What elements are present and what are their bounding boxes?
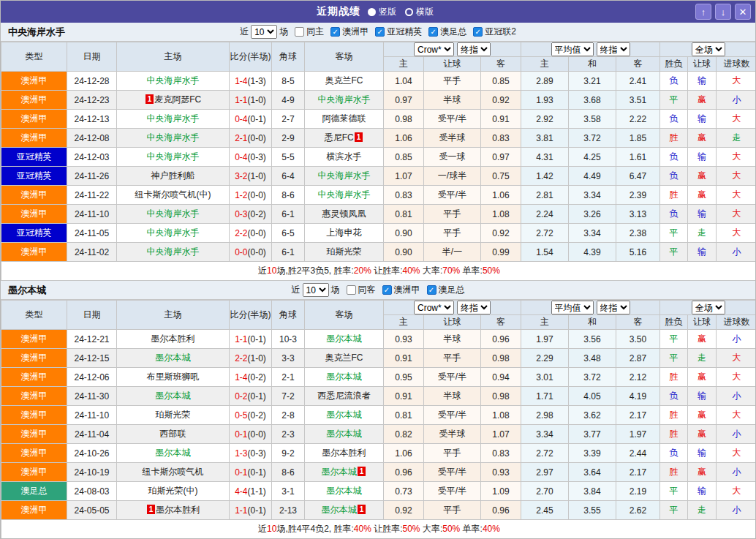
same-venue-checkbox[interactable] <box>347 285 356 295</box>
corner-count: 6-4 <box>272 167 305 186</box>
league-filter-checkbox[interactable]: ✓ <box>375 27 385 37</box>
avg-draw: 3.72 <box>569 129 616 148</box>
avg-away: 1.61 <box>616 148 660 167</box>
league-filter-checkbox[interactable]: ✓ <box>427 285 436 295</box>
window-buttons: ↑ ↓ ✕ <box>695 4 751 20</box>
result-goals: 走 <box>717 129 756 148</box>
recent-count-select[interactable]: 10 <box>303 283 329 297</box>
result-text: 负 <box>670 170 678 181</box>
odds-away: 1.06 <box>481 186 521 205</box>
result-goals: 大 <box>717 148 756 167</box>
final-index-select[interactable]: 终指 <box>597 42 630 56</box>
summary-segment: 40% <box>403 265 420 276</box>
corner-count: 6-1 <box>272 243 305 262</box>
full-match-select[interactable]: 全场 <box>692 301 725 314</box>
column-header: 客场 <box>305 301 384 330</box>
horizontal-layout-label[interactable]: 横版 <box>416 6 434 18</box>
result-winlose: 平 <box>660 349 688 368</box>
avg-away: 2.38 <box>616 224 660 243</box>
close-button[interactable]: ✕ <box>735 4 751 20</box>
league-filter-checkbox[interactable]: ✓ <box>382 285 392 295</box>
result-text: 赢 <box>698 429 706 439</box>
team-name-text: 西部联 <box>160 429 186 439</box>
odds-company-select[interactable]: Crow* <box>414 301 454 314</box>
match-row: 澳洲甲24-11-30墨尔本城0-2(0-1)7-2西悉尼流浪者0.91半球0.… <box>1 387 756 406</box>
match-date: 24-12-06 <box>67 368 117 387</box>
league-filter-checkbox[interactable]: ✓ <box>473 27 483 37</box>
league-filter-checkbox[interactable]: ✓ <box>428 27 438 37</box>
summary-segment: 40% <box>354 524 371 534</box>
match-row: 澳洲甲24-11-10中央海岸水手0-3(0-2)6-1惠灵顿凤凰0.81平手1… <box>1 205 756 224</box>
team-name-text: 阿德莱德联 <box>322 113 366 124</box>
average-select[interactable]: 平均值 <box>551 301 594 314</box>
recent-count-select[interactable]: 10 <box>251 25 277 39</box>
score-cell: 3-2(1-0) <box>230 167 272 186</box>
result-goals: 大 <box>717 444 756 463</box>
avg-draw: 3.77 <box>569 425 616 444</box>
result-handicap: 输 <box>688 205 717 224</box>
final-index-select[interactable]: 终指 <box>597 301 630 314</box>
score-cell: 0-4(0-3) <box>230 148 272 167</box>
avg-home: 2.97 <box>521 463 569 482</box>
column-header: 类型 <box>1 42 67 72</box>
result-goals: 大 <box>717 205 756 224</box>
team-name-text: 墨尔本城 <box>156 448 191 458</box>
result-winlose: 平 <box>660 243 688 262</box>
summary-segment: 近 <box>258 524 267 534</box>
title-bar: 近期战绩 竖版 横版 ↑ ↓ ✕ <box>1 1 755 23</box>
match-row: 澳洲甲24-11-10珀斯光荣0-5(0-2)2-8墨尔本城0.81受平/半1.… <box>1 406 756 425</box>
league-badge: 澳洲甲 <box>1 387 67 406</box>
avg-draw: 4.49 <box>569 167 616 186</box>
vertical-layout-label[interactable]: 竖版 <box>379 6 396 18</box>
league-badge: 澳洲甲 <box>1 243 67 262</box>
vertical-layout-radio[interactable] <box>368 8 376 16</box>
league-filter-checkbox[interactable]: ✓ <box>330 27 340 37</box>
same-venue-checkbox[interactable] <box>295 27 304 37</box>
sub-column-header: 胜负 <box>660 57 688 72</box>
result-handicap: 赢 <box>688 330 717 349</box>
sub-column-header: 主 <box>384 57 424 72</box>
full-match-select[interactable]: 全场 <box>692 42 725 56</box>
summary-row: 近10场,胜2平3负5, 胜率:20% 让胜率:40% 大率:70% 单率:50… <box>1 262 756 281</box>
league-badge: 澳洲甲 <box>1 501 67 520</box>
result-text: 平 <box>670 505 678 515</box>
final-index-select[interactable]: 终指 <box>457 42 491 56</box>
summary-segment: 10 <box>267 524 276 534</box>
result-text: 负 <box>670 448 678 458</box>
scroll-down-button[interactable]: ↓ <box>715 4 731 20</box>
sub-column-header: 和 <box>569 57 616 72</box>
team-name-text: 神户胜利船 <box>151 170 195 181</box>
average-select[interactable]: 平均值 <box>551 42 594 56</box>
odds-handicap: 受平/半 <box>424 406 481 425</box>
horizontal-layout-radio[interactable] <box>405 8 413 16</box>
match-row: 澳洲甲24-12-15墨尔本城2-2(1-0)3-3奥克兰FC0.91平手0.9… <box>1 349 756 368</box>
away-team: 墨尔本胜利 <box>305 444 384 463</box>
result-text: 大 <box>733 113 741 124</box>
match-date: 24-11-10 <box>67 205 117 224</box>
result-text: 平 <box>670 353 678 363</box>
result-text: 输 <box>698 448 706 458</box>
summary-segment: 单率: <box>460 524 483 534</box>
league-badge: 澳洲甲 <box>1 425 67 444</box>
results-sections: 中央海岸水手近10场同主✓澳洲甲✓亚冠精英✓澳足总✓亚冠联2类型日期主场比分(半… <box>1 23 755 539</box>
team-name-text: 纽卡斯尔喷气机(中) <box>135 189 211 200</box>
result-text: 胜 <box>670 132 678 143</box>
scroll-up-button[interactable]: ↑ <box>695 4 711 20</box>
result-text: 平 <box>670 227 678 238</box>
odds-away: 1.07 <box>481 425 521 444</box>
odds-home: 1.06 <box>384 444 424 463</box>
odds-home: 0.98 <box>384 110 424 129</box>
league-badge: 澳洲甲 <box>1 444 67 463</box>
sub-column-header: 进球数 <box>717 315 756 330</box>
match-date: 24-12-23 <box>67 91 117 110</box>
final-index-select[interactable]: 终指 <box>457 301 491 314</box>
result-text: 负 <box>670 391 678 401</box>
result-goals: 大 <box>717 72 756 91</box>
odds-company-select[interactable]: Crow* <box>414 42 454 56</box>
corner-count: 2-1 <box>272 368 305 387</box>
sub-column-header: 客 <box>481 57 521 72</box>
games-label: 场 <box>331 284 340 296</box>
fulltime-score: 0-4 <box>235 152 247 162</box>
odds-handicap: 受平/半 <box>424 463 481 482</box>
match-date: 24-12-21 <box>67 330 117 349</box>
